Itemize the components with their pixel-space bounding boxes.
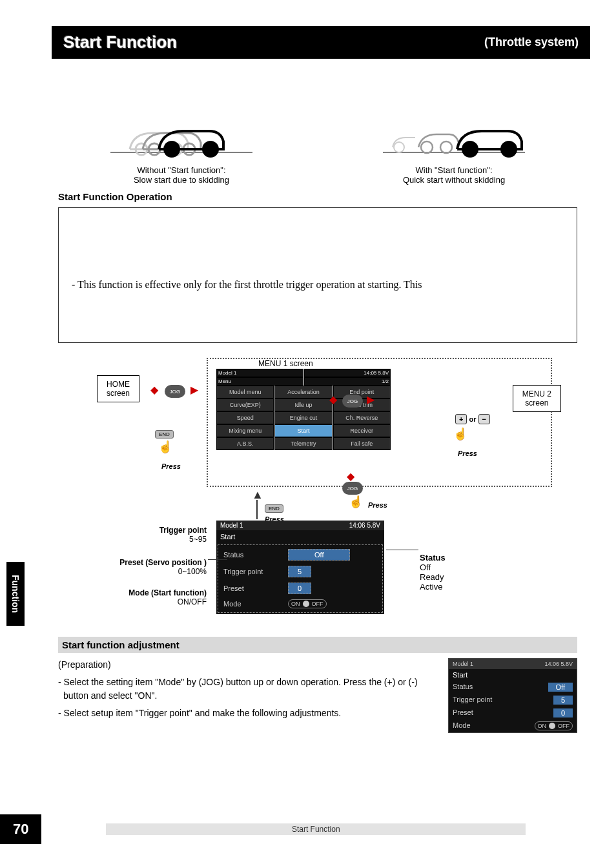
menu1-cell[interactable]: Speed [216, 411, 274, 424]
menu1-cell[interactable]: Acceleration [274, 386, 332, 398]
footer-title: Start Function [106, 823, 526, 835]
menu1-cell[interactable]: Ch. Reverse [333, 411, 391, 424]
svg-point-12 [502, 142, 516, 156]
car-quickstart-icon [383, 110, 525, 162]
mini-preset-v: 0 [553, 708, 573, 718]
hand-icon: ☝ [453, 427, 467, 441]
mini-trig-row[interactable]: Trigger point5 [449, 694, 577, 707]
mini-mode-on: ON [538, 723, 547, 729]
start-trigger-row[interactable]: Trigger point 5 [220, 563, 381, 580]
trigger-value: 5 [288, 566, 311, 577]
menu1-cell[interactable]: Mixing menu [216, 424, 274, 437]
end-button-left[interactable]: END [155, 430, 174, 439]
mini-screen: Model 114:06 5.8V Start StatusOff Trigge… [448, 658, 577, 733]
annot-trigger-range: 5~95 [58, 535, 207, 544]
svg-point-6 [203, 142, 218, 156]
illus-right-cap1: With "Start function": [331, 165, 577, 175]
mini-title: Start [449, 669, 577, 681]
annot-status-title: Status [420, 553, 446, 563]
illustration-right: With "Start function": Quick start witho… [331, 110, 577, 185]
start-status-row[interactable]: Status Off [220, 546, 381, 563]
mini-mode-toggle[interactable]: ONOFF [535, 721, 573, 730]
menu1-cell[interactable]: Fail safe [333, 437, 391, 450]
plus-button[interactable]: + [455, 414, 467, 424]
menu1-cell[interactable]: Idle up [274, 398, 332, 411]
adjustment-text: (Preparation) - Select the setting item … [58, 658, 439, 733]
mini-trig-l: Trigger point [453, 696, 492, 705]
menu1-cell-start[interactable]: Start [274, 424, 332, 437]
menu1-cell[interactable]: Curve(EXP) [216, 398, 274, 411]
svg-point-9 [421, 141, 433, 153]
start-preset-row[interactable]: Preset 0 [220, 580, 381, 597]
mini-mode-row[interactable]: Mode ONOFF [449, 719, 577, 732]
annot-trigger: Trigger point 5~95 [58, 526, 207, 544]
illustration-row: Without "Start function": Slow start due… [58, 110, 577, 185]
hand-icon: ☝ [158, 440, 172, 454]
trigger-label: Trigger point [223, 568, 288, 575]
annot-preset: Preset (Servo position ) 0~100% [58, 558, 207, 576]
menu1-screen: Model 114:05 5.8V Menu1/2 Model menuAcce… [216, 369, 391, 450]
menu1-cell[interactable]: A.B.S. [216, 437, 274, 450]
menu1-sub-right: 1/2 [304, 377, 391, 386]
home-screen-box: HOME screen [97, 375, 139, 402]
jog-button-mid[interactable]: JOG [342, 395, 363, 408]
menu1-cell[interactable]: End point [333, 386, 391, 398]
menu1-cell[interactable]: Model menu [216, 386, 274, 398]
mini-top-left: Model 1 [453, 661, 473, 667]
operation-heading: Start Function Operation [58, 191, 616, 202]
jog-button-left[interactable]: JOG [165, 385, 185, 398]
menu1-cell[interactable]: Engine cut [274, 411, 332, 424]
plus-minus-row: + or − [455, 414, 490, 424]
menu2-screen-box: MENU 2 screen [513, 385, 561, 412]
adj-prep: (Preparation) [58, 658, 439, 672]
page-number: 70 [0, 814, 41, 844]
menu1-top-left: Model 1 [216, 369, 303, 377]
mini-top-right: 14:06 5.8V [544, 661, 573, 667]
illus-right-cap2: Quick start without skidding [331, 175, 577, 185]
start-top-left: Model 1 [220, 522, 243, 529]
menu1-cell[interactable]: Telemetry [274, 437, 332, 450]
svg-point-5 [165, 142, 179, 156]
jog-button-down[interactable]: JOG [342, 482, 363, 495]
mode-toggle[interactable]: ON OFF [288, 599, 327, 608]
preset-value: 0 [288, 583, 311, 594]
annot-trigger-title: Trigger point [58, 526, 207, 535]
mini-mode-off: OFF [558, 723, 570, 729]
nav-diagram: HOME screen MENU 2 screen MENU 1 screen … [58, 359, 577, 630]
minus-button[interactable]: − [478, 414, 490, 424]
menu1-top-right: 14:05 5.8V [304, 369, 391, 377]
car-skidding-icon [110, 110, 252, 162]
operation-box: - This function is effective only for th… [58, 207, 577, 343]
mode-label: Mode [223, 600, 288, 608]
menu1-cell[interactable]: Receiver [333, 424, 391, 437]
end-button-mid[interactable]: END [265, 504, 283, 513]
mini-status-l: Status [453, 683, 473, 692]
illus-left-cap1: Without "Start function": [58, 165, 305, 175]
start-title-row: Start [216, 530, 384, 543]
start-top-right: 14:06 5.8V [349, 522, 380, 529]
press-label-jog: Press [368, 501, 387, 509]
start-mode-row[interactable]: Mode ON OFF [220, 597, 381, 611]
mode-on: ON [291, 601, 300, 607]
annot-status-active: Active [420, 582, 446, 592]
side-tab-function: Function [6, 562, 25, 626]
page-footer: 70 Start Function [0, 814, 590, 844]
status-value: Off [288, 549, 350, 561]
svg-point-10 [440, 141, 452, 153]
annot-mode: Mode (Start function) ON/OFF [58, 588, 207, 606]
mini-mode-l: Mode [453, 721, 471, 730]
toggle-knob-icon [303, 601, 309, 607]
mini-status-v: Off [548, 683, 573, 692]
or-label: or [469, 415, 477, 423]
annot-mode-range: ON/OFF [58, 597, 207, 606]
mini-status-row[interactable]: StatusOff [449, 681, 577, 694]
operation-box-text: - This function is effective only for th… [72, 279, 422, 290]
preset-label: Preset [223, 584, 288, 592]
annot-preset-title: Preset (Servo position ) [58, 558, 207, 567]
menu1-label: MENU 1 screen [258, 359, 313, 368]
illustration-left: Without "Start function": Slow start due… [58, 110, 305, 185]
annot-status-ready: Ready [420, 572, 446, 582]
hand-icon: ☝ [349, 495, 363, 509]
mini-preset-row[interactable]: Preset0 [449, 707, 577, 719]
press-label-end-left: Press [161, 462, 181, 470]
